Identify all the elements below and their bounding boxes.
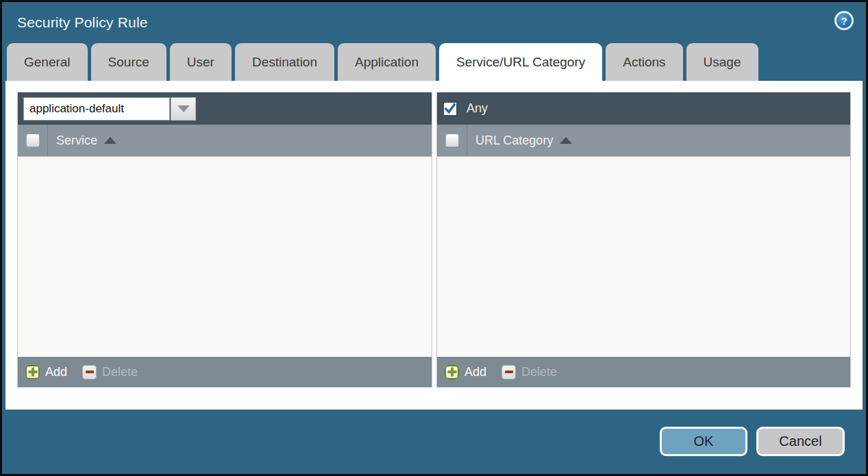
service-column-label: Service (56, 134, 97, 148)
tab-content-service-url-category: Service Add Delete (5, 81, 863, 410)
url-category-select-all-cell (437, 125, 467, 156)
url-category-panel-toolbar: Add Delete (437, 357, 850, 387)
tab-bar: General Source User Destination Applicat… (2, 43, 866, 81)
url-category-column-label: URL Category (475, 134, 553, 148)
service-add-button[interactable]: Add (25, 365, 67, 379)
sort-ascending-icon (104, 137, 116, 144)
url-category-list-body[interactable] (437, 157, 850, 357)
tab-actions[interactable]: Actions (606, 43, 682, 81)
url-category-select-all-checkbox[interactable] (445, 134, 459, 147)
delete-button-label: Delete (102, 365, 138, 379)
help-icon[interactable]: ? (834, 11, 854, 30)
checkmark-icon (444, 102, 456, 116)
dialog-title: Security Policy Rule (17, 14, 148, 31)
service-type-dropdown-button[interactable] (171, 97, 196, 121)
add-plus-icon (25, 365, 40, 379)
add-button-label: Add (464, 365, 486, 379)
screenshot-frame: Security Policy Rule ? General Source Us… (0, 0, 868, 476)
dialog-titlebar: Security Policy Rule ? (2, 2, 866, 43)
service-panel: Service Add Delete (17, 92, 432, 388)
add-button-label: Add (45, 365, 67, 379)
tab-application[interactable]: Application (338, 43, 436, 81)
service-select-all-checkbox[interactable] (26, 134, 40, 147)
service-column-header-row: Service (18, 125, 432, 157)
service-list-body[interactable] (18, 157, 432, 357)
tab-general[interactable]: General (7, 43, 88, 81)
tab-destination[interactable]: Destination (235, 43, 334, 81)
dialog-footer: OK Cancel (2, 410, 866, 474)
service-type-combobox (23, 97, 196, 121)
service-panel-toolbar: Add Delete (18, 357, 432, 387)
ok-button[interactable]: OK (660, 427, 747, 456)
tab-user[interactable]: User (170, 43, 232, 81)
tab-source[interactable]: Source (91, 43, 166, 81)
service-column-header[interactable]: Service (56, 134, 116, 148)
security-policy-rule-dialog: Security Policy Rule ? General Source Us… (2, 2, 866, 474)
url-category-column-header-row: URL Category (437, 125, 850, 157)
delete-button-label: Delete (521, 365, 557, 379)
service-select-all-cell (18, 125, 48, 156)
any-checkbox[interactable] (443, 101, 458, 116)
tab-service-url-category[interactable]: Service/URL Category (439, 43, 602, 81)
tab-usage[interactable]: Usage (686, 43, 758, 81)
sort-ascending-icon (560, 137, 572, 144)
delete-minus-icon (501, 365, 516, 379)
any-checkbox-label: Any (467, 101, 488, 116)
url-category-add-button[interactable]: Add (445, 365, 486, 379)
service-panel-header (18, 92, 432, 125)
url-category-panel: Any URL Category Add (436, 92, 851, 388)
url-category-panel-header: Any (437, 92, 850, 125)
add-plus-icon (445, 365, 459, 379)
delete-minus-icon (82, 365, 97, 379)
cancel-button[interactable]: Cancel (756, 427, 845, 456)
service-delete-button[interactable]: Delete (82, 365, 138, 379)
url-category-delete-button[interactable]: Delete (501, 365, 557, 379)
url-category-column-header[interactable]: URL Category (475, 134, 572, 148)
service-type-input[interactable] (23, 97, 170, 121)
caret-down-icon (177, 105, 190, 112)
